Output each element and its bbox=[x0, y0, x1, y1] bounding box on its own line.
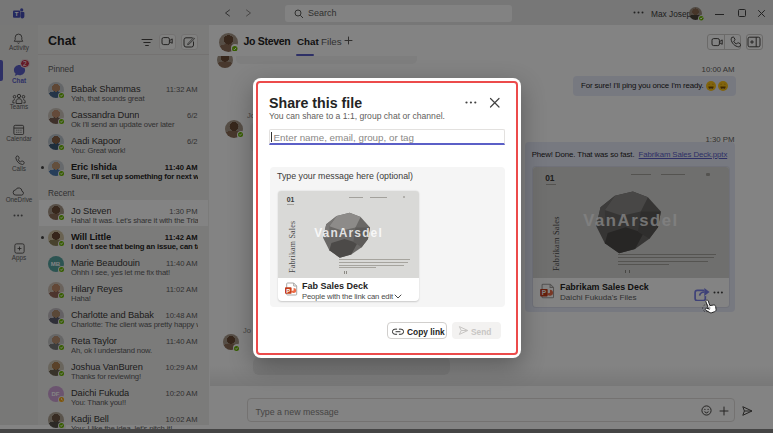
svg-text:P: P bbox=[286, 287, 290, 293]
